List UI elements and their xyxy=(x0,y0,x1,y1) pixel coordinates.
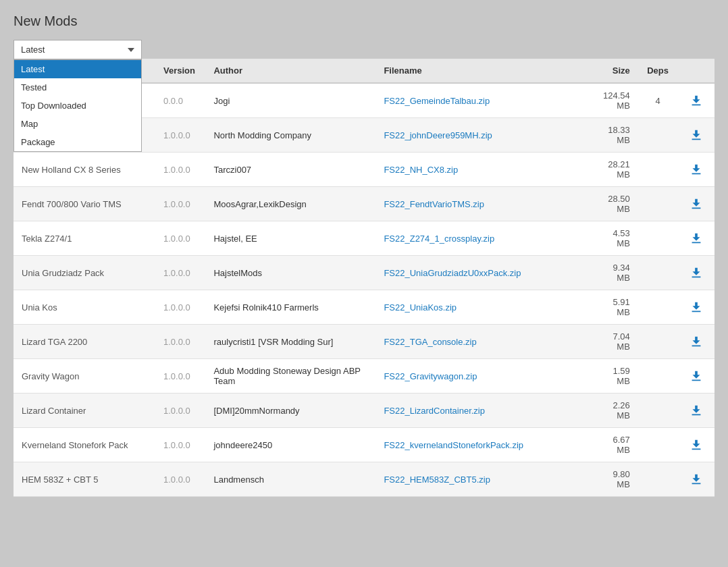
cell-version: 1.0.0.0 xyxy=(155,118,206,153)
cell-size: 5.91MB xyxy=(581,290,638,325)
cell-filename: FS22_Gravitywagon.zip xyxy=(375,359,581,394)
download-button[interactable] xyxy=(687,126,706,144)
col-header-size: Size xyxy=(581,59,638,83)
download-button[interactable] xyxy=(687,332,706,351)
page-title: New Mods xyxy=(14,14,714,29)
cell-filename: FS22_TGA_console.zip xyxy=(375,325,581,359)
dropdown-option-package[interactable]: Package xyxy=(14,133,141,151)
cell-author: Jogi xyxy=(205,83,375,118)
cell-filename: FS22_johnDeere959MH.zip xyxy=(375,118,581,153)
cell-deps xyxy=(638,428,678,462)
dropdown-option-tested[interactable]: Tested xyxy=(14,78,141,97)
cell-download xyxy=(677,462,714,497)
cell-filename: FS22_UniaGrudziadzU0xxPack.zip xyxy=(375,256,581,290)
cell-download xyxy=(677,221,714,256)
cell-download xyxy=(677,118,714,153)
table-row: Fendt 700/800 Vario TMS1.0.0.0MoosAgrar,… xyxy=(14,187,714,221)
cell-size: 9.34MB xyxy=(581,256,638,290)
cell-version: 1.0.0.0 xyxy=(155,428,206,462)
download-button[interactable] xyxy=(687,160,706,179)
col-header-author: Author xyxy=(205,59,375,83)
table-row: Unia Grudziadz Pack1.0.0.0HajstelModsFS2… xyxy=(14,256,714,290)
download-button[interactable] xyxy=(687,194,706,213)
download-button[interactable] xyxy=(687,435,706,454)
dropdown-option-map[interactable]: Map xyxy=(14,115,141,133)
cell-size: 124.54MB xyxy=(581,83,638,118)
cell-deps xyxy=(638,256,678,290)
cell-download xyxy=(677,153,714,187)
download-button[interactable] xyxy=(687,401,706,420)
col-header-download xyxy=(677,59,714,83)
download-button[interactable] xyxy=(687,367,706,385)
cell-filename: FS22_GemeindeTalbau.zip xyxy=(375,83,581,118)
cell-version: 1.0.0.0 xyxy=(155,221,206,256)
dropdown-menu: Latest Tested Top Downloaded Map Package xyxy=(14,59,142,152)
cell-name: New Holland CX 8 Series xyxy=(14,153,155,187)
cell-author: johndeere2450 xyxy=(205,428,375,462)
cell-filename: FS22_NH_CX8.zip xyxy=(375,153,581,187)
cell-download xyxy=(677,83,714,118)
dropdown-option-latest[interactable]: Latest xyxy=(14,60,141,78)
cell-version: 1.0.0.0 xyxy=(155,187,206,221)
cell-deps xyxy=(638,290,678,325)
col-header-deps: Deps xyxy=(638,59,678,83)
cell-size: 6.67MB xyxy=(581,428,638,462)
cell-download xyxy=(677,428,714,462)
cell-deps xyxy=(638,221,678,256)
dropdown-selected-value: Latest xyxy=(21,45,45,55)
cell-filename: FS22_Z274_1_crossplay.zip xyxy=(375,221,581,256)
cell-name: Tekla Z274/1 xyxy=(14,221,155,256)
cell-author: HajstelMods xyxy=(205,256,375,290)
filter-dropdown-select[interactable]: Latest xyxy=(14,40,142,59)
cell-version: 0.0.0 xyxy=(155,83,206,118)
cell-size: 7.04MB xyxy=(581,325,638,359)
cell-download xyxy=(677,187,714,221)
download-button[interactable] xyxy=(687,263,706,282)
col-header-version: Version xyxy=(155,59,206,83)
cell-size: 18.33MB xyxy=(581,118,638,153)
table-row: Tekla Z274/11.0.0.0Hajstel, EEFS22_Z274_… xyxy=(14,221,714,256)
cell-name: Fendt 700/800 Vario TMS xyxy=(14,187,155,221)
cell-version: 1.0.0.0 xyxy=(155,394,206,428)
dropdown-option-top-downloaded[interactable]: Top Downloaded xyxy=(14,97,141,115)
cell-size: 4.53MB xyxy=(581,221,638,256)
cell-size: 28.21MB xyxy=(581,153,638,187)
cell-name: HEM 583Z + CBT 5 xyxy=(14,462,155,497)
cell-version: 1.0.0.0 xyxy=(155,256,206,290)
table-row: Unia Kos1.0.0.0Kejefsi Rolnik410 Farmerl… xyxy=(14,290,714,325)
cell-filename: FS22_kvernelandStoneforkPack.zip xyxy=(375,428,581,462)
download-button[interactable] xyxy=(687,229,706,248)
cell-author: Landmensch xyxy=(205,462,375,497)
download-button[interactable] xyxy=(687,298,706,317)
cell-author: North Modding Company xyxy=(205,118,375,153)
cell-filename: FS22_UniaKos.zip xyxy=(375,290,581,325)
cell-download xyxy=(677,290,714,325)
cell-author: raulycristi1 [VSR Modding Sur] xyxy=(205,325,375,359)
download-button[interactable] xyxy=(687,91,706,110)
cell-version: 1.0.0.0 xyxy=(155,359,206,394)
cell-size: 2.26MB xyxy=(581,394,638,428)
cell-deps xyxy=(638,394,678,428)
table-row: Lizard TGA 22001.0.0.0raulycristi1 [VSR … xyxy=(14,325,714,359)
cell-filename: FS22_HEM583Z_CBT5.zip xyxy=(375,462,581,497)
cell-author: [DMI]20mmNormandy xyxy=(205,394,375,428)
filter-dropdown-container: Latest Latest Tested Top Downloaded Map … xyxy=(14,40,142,59)
cell-author: Hajstel, EE xyxy=(205,221,375,256)
cell-deps xyxy=(638,153,678,187)
cell-version: 1.0.0.0 xyxy=(155,153,206,187)
cell-name: Lizard TGA 2200 xyxy=(14,325,155,359)
cell-deps xyxy=(638,118,678,153)
cell-author: Tarczi007 xyxy=(205,153,375,187)
download-button[interactable] xyxy=(687,470,706,489)
col-header-filename: Filename xyxy=(375,59,581,83)
cell-deps xyxy=(638,359,678,394)
cell-author: MoosAgrar,LexikDesign xyxy=(205,187,375,221)
cell-download xyxy=(677,325,714,359)
cell-filename: FS22_FendtVarioTMS.zip xyxy=(375,187,581,221)
cell-size: 1.59MB xyxy=(581,359,638,394)
cell-download xyxy=(677,359,714,394)
cell-version: 1.0.0.0 xyxy=(155,290,206,325)
cell-deps xyxy=(638,187,678,221)
table-row: New Holland CX 8 Series1.0.0.0Tarczi007F… xyxy=(14,153,714,187)
cell-deps: 4 xyxy=(638,83,678,118)
